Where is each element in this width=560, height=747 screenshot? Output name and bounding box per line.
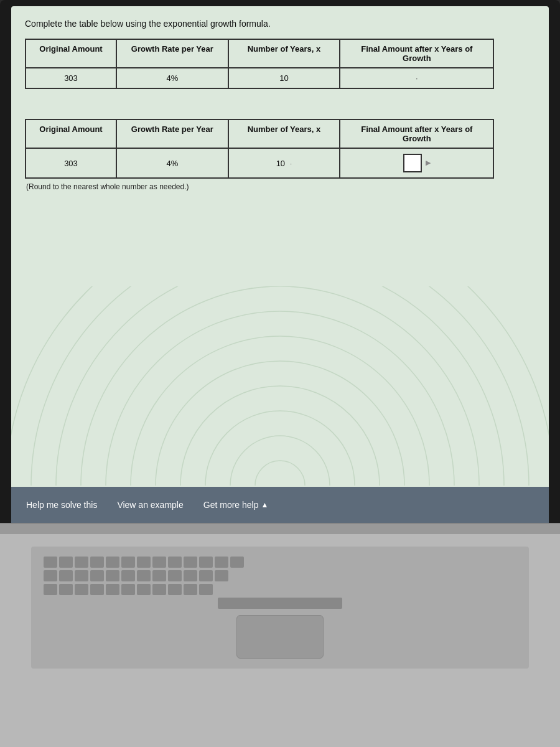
key[interactable]: [137, 557, 151, 568]
col-header-years-2: Number of Years, x: [228, 120, 340, 148]
svg-point-2: [205, 411, 355, 486]
key[interactable]: [75, 584, 88, 595]
key[interactable]: [168, 557, 182, 568]
key[interactable]: [44, 557, 57, 568]
key[interactable]: [152, 584, 166, 595]
col-header-final-2: Final Amount after x Years of Growth: [340, 120, 493, 148]
row1-years: 10: [228, 68, 340, 88]
key[interactable]: [168, 570, 182, 581]
svg-point-4: [156, 361, 404, 486]
key[interactable]: [121, 557, 135, 568]
view-example-button[interactable]: View an example: [117, 496, 183, 514]
key[interactable]: [75, 570, 88, 581]
get-more-help-button[interactable]: Get more help: [203, 496, 259, 514]
trackpad[interactable]: [236, 615, 324, 659]
key[interactable]: [90, 584, 104, 595]
row2-years: 10 ·: [228, 148, 340, 178]
key[interactable]: [121, 584, 135, 595]
answer-input[interactable]: [403, 154, 422, 172]
instruction-text: Complete the table below using the expon…: [25, 19, 535, 29]
key[interactable]: [44, 570, 57, 581]
svg-point-10: [11, 286, 549, 486]
col-header-original-2: Original Amount: [26, 120, 116, 148]
key[interactable]: [59, 570, 73, 581]
key[interactable]: [152, 557, 166, 568]
interactive-table: Original Amount Growth Rate per Year Num…: [25, 119, 494, 179]
col-header-growth-1: Growth Rate per Year: [116, 39, 228, 68]
spacebar-key[interactable]: [218, 598, 342, 609]
row2-final-cell[interactable]: ▶: [340, 148, 493, 178]
row2-original: 303: [26, 148, 116, 178]
key[interactable]: [230, 557, 244, 568]
key[interactable]: [215, 570, 228, 581]
key[interactable]: [106, 584, 119, 595]
svg-point-5: [131, 336, 429, 486]
key[interactable]: [168, 584, 182, 595]
svg-point-9: [31, 286, 529, 486]
svg-point-6: [106, 311, 454, 486]
get-more-help-group: Get more help ▲: [203, 496, 269, 514]
row1-final: ·: [340, 68, 493, 88]
watermark-circles: [11, 286, 549, 486]
row2-growth: 4%: [116, 148, 228, 178]
key[interactable]: [215, 557, 228, 568]
svg-point-7: [81, 286, 479, 486]
key[interactable]: [199, 584, 213, 595]
chevron-up-icon: ▲: [261, 500, 268, 509]
help-solve-button[interactable]: Help me solve this: [26, 496, 97, 514]
key[interactable]: [152, 570, 166, 581]
key[interactable]: [137, 584, 151, 595]
col-header-growth-2: Growth Rate per Year: [116, 120, 228, 148]
svg-point-8: [56, 286, 504, 486]
row1-original: 303: [26, 68, 116, 88]
key[interactable]: [90, 557, 104, 568]
display-table: Original Amount Growth Rate per Year Num…: [25, 39, 494, 89]
key[interactable]: [90, 570, 104, 581]
key[interactable]: [106, 570, 119, 581]
row1-growth: 4%: [116, 68, 228, 88]
key[interactable]: [184, 584, 197, 595]
svg-point-1: [230, 436, 330, 486]
key[interactable]: [75, 557, 88, 568]
svg-point-0: [255, 461, 305, 486]
key[interactable]: [59, 584, 73, 595]
col-header-years-1: Number of Years, x: [228, 39, 340, 68]
key[interactable]: [184, 570, 197, 581]
key[interactable]: [199, 557, 213, 568]
key[interactable]: [59, 557, 73, 568]
col-header-original-1: Original Amount: [26, 39, 116, 68]
key[interactable]: [184, 557, 197, 568]
action-bar: Help me solve this View an example Get m…: [11, 487, 549, 523]
col-header-final-1: Final Amount after x Years of Growth: [340, 39, 493, 68]
key[interactable]: [137, 570, 151, 581]
round-note: (Round to the nearest whole number as ne…: [26, 182, 535, 191]
svg-point-3: [180, 386, 380, 486]
key[interactable]: [44, 584, 57, 595]
key[interactable]: [199, 570, 213, 581]
key[interactable]: [106, 557, 119, 568]
key[interactable]: [121, 570, 135, 581]
